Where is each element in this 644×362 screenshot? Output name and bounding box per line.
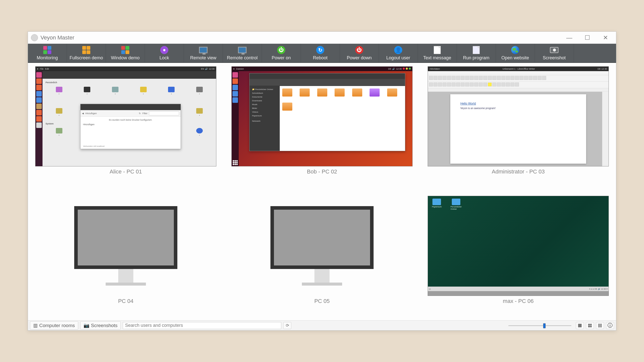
screenshots-button[interactable]: 📷 Screenshots (80, 321, 121, 330)
open-website-button[interactable]: Open website (496, 44, 535, 62)
power-down-button[interactable]: ⏻ Power down (340, 44, 379, 62)
caption-pc05: PC 05 (314, 298, 330, 304)
camera-icon: 📷 (84, 323, 90, 328)
toolbar: Monitoring Fullscreen demo Window demo (28, 44, 616, 63)
text-message-button[interactable]: Text message (418, 44, 457, 62)
fullscreen-demo-icon (82, 46, 91, 54)
caption-pc02: Bob - PC 02 (307, 168, 337, 175)
close-button[interactable]: ✕ (596, 32, 615, 43)
reboot-button[interactable]: ↻ Reboot (301, 44, 340, 62)
caption-pc04: PC 04 (118, 298, 133, 304)
monitor-grid: ●FileEditEN🔊12:30 (28, 63, 616, 320)
maximize-button[interactable]: ☐ (578, 32, 596, 43)
screenshot-icon (550, 46, 558, 54)
power-down-icon: ⏻ (355, 46, 364, 54)
computer-tile-pc03[interactable]: AktivitätenUnbenannt 1 - LibreOffice Wri… (424, 66, 613, 191)
view-grid-small-button[interactable] (596, 322, 604, 329)
monitoring-icon (43, 46, 52, 54)
computer-rooms-button[interactable]: ▥ Computer rooms (30, 321, 78, 330)
power-on-button[interactable]: ⏻ Power on (262, 44, 301, 62)
zoom-slider[interactable] (508, 322, 571, 329)
thumbnail-pc02[interactable]: ●DateienDE🔊12:30 📁 Pe (231, 66, 413, 166)
logout-user-icon: 👤 (394, 46, 403, 54)
window-demo-icon (121, 46, 130, 54)
run-program-button[interactable]: Run program (457, 44, 496, 62)
refresh-button[interactable]: ⟳ (283, 322, 291, 329)
caption-pc03: Administrator - PC 03 (492, 168, 545, 175)
offline-monitor-icon (74, 206, 177, 286)
logout-user-button[interactable]: 👤 Logout user (379, 44, 418, 62)
computer-tile-pc05[interactable]: PC 05 (228, 196, 416, 320)
panel-icon: ▥ (33, 323, 38, 328)
app-window: Veyon Master — ☐ ✕ Monitoring Fullsc (28, 31, 616, 331)
remote-control-button[interactable]: Remote control (223, 44, 262, 62)
window-demo-button[interactable]: Window demo (106, 44, 145, 62)
view-auto-button[interactable] (576, 322, 584, 329)
minimize-button[interactable]: — (560, 32, 578, 43)
search-input[interactable] (123, 322, 281, 329)
monitoring-button[interactable]: Monitoring (28, 44, 67, 62)
computer-tile-pc01[interactable]: ●FileEditEN🔊12:30 (31, 66, 220, 191)
app-icon (31, 34, 38, 41)
text-message-icon (433, 46, 441, 54)
window-title: Veyon Master (41, 34, 74, 41)
computer-tile-pc06[interactable]: Papierkorb PersönlicherOrdner ◶⎋ ▥ ▥ DE … (424, 196, 613, 320)
about-button[interactable]: ⓘ (606, 322, 614, 329)
offline-monitor-icon (270, 206, 374, 286)
power-on-icon: ⏻ (277, 46, 286, 54)
remote-control-icon (238, 46, 247, 54)
caption-pc01: Alice - PC 01 (110, 168, 142, 175)
thumbnail-pc04[interactable] (35, 196, 216, 296)
caption-pc06: max - PC 06 (503, 298, 534, 304)
thumbnail-pc05[interactable] (231, 196, 413, 296)
thumbnail-pc06[interactable]: Papierkorb PersönlicherOrdner ◶⎋ ▥ ▥ DE … (428, 196, 609, 296)
statusbar: ▥ Computer rooms 📷 Screenshots ⟳ ⓘ (28, 320, 616, 330)
reboot-icon: ↻ (316, 46, 325, 54)
screenshot-button[interactable]: Screenshot (535, 44, 574, 62)
computer-tile-pc04[interactable]: PC 04 (31, 196, 220, 320)
computer-tile-pc02[interactable]: ●DateienDE🔊12:30 📁 Pe (228, 66, 416, 191)
fullscreen-demo-button[interactable]: Fullscreen demo (67, 44, 106, 62)
thumbnail-pc03[interactable]: AktivitätenUnbenannt 1 - LibreOffice Wri… (428, 66, 609, 166)
titlebar: Veyon Master — ☐ ✕ (28, 32, 616, 44)
lock-button[interactable]: ● Lock (145, 44, 184, 62)
thumbnail-pc01[interactable]: ●FileEditEN🔊12:30 (35, 66, 216, 166)
run-program-icon (472, 46, 480, 54)
remote-view-icon (199, 46, 208, 54)
open-website-icon (511, 46, 519, 54)
view-grid-large-button[interactable] (586, 322, 594, 329)
lock-icon: ● (160, 46, 169, 54)
remote-view-button[interactable]: Remote view (184, 44, 223, 62)
